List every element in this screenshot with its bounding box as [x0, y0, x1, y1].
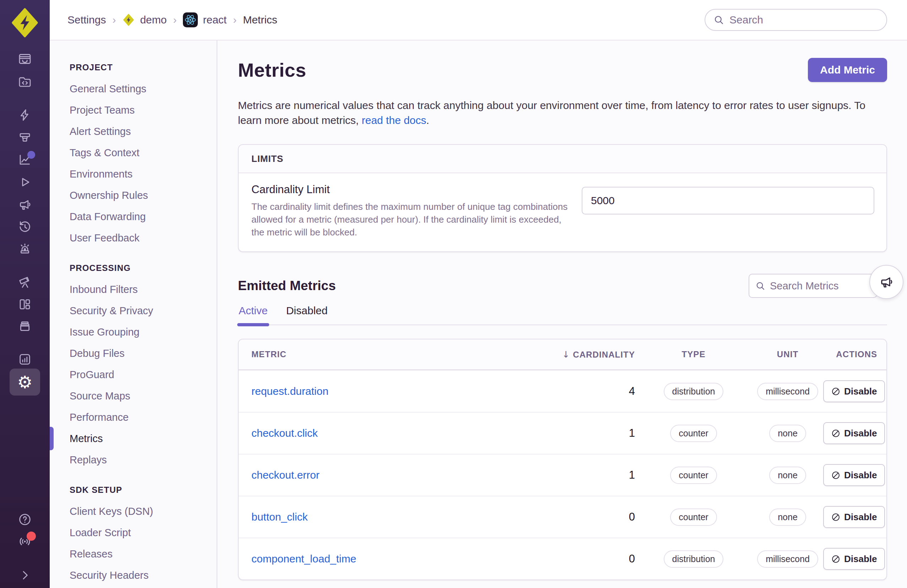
sidebar-item-help[interactable]: [12, 511, 38, 528]
notification-dot: [27, 151, 35, 159]
type-badge: counter: [670, 466, 717, 484]
read-the-docs-link[interactable]: read the docs: [362, 114, 426, 126]
tab-active[interactable]: Active: [238, 302, 268, 325]
table-row: checkout.error 1 counter none Disable: [239, 454, 886, 496]
type-badge: distribution: [664, 383, 724, 400]
nav-section-title: PROCESSING: [50, 258, 216, 279]
nav-item-security-headers[interactable]: Security Headers: [50, 565, 216, 586]
column-header-cardinality-label: Cardinality: [573, 350, 635, 359]
tab-disabled[interactable]: Disabled: [285, 302, 329, 325]
table-row: button_click 0 counter none Disable: [239, 496, 886, 538]
sidebar-item-history[interactable]: [12, 218, 38, 236]
sidebar-item-settings[interactable]: ⚙: [10, 369, 40, 396]
nav-item-releases[interactable]: Releases: [50, 543, 216, 565]
nav-item-security-privacy[interactable]: Security & Privacy: [50, 300, 216, 321]
breadcrumb-org[interactable]: demo: [122, 13, 167, 26]
help-circle-icon: [18, 513, 32, 527]
sentry-logo[interactable]: [9, 7, 40, 38]
nav-item-performance[interactable]: Performance: [50, 407, 216, 428]
column-header-actions: Actions: [823, 349, 886, 359]
sidebar-item-stats[interactable]: [12, 351, 38, 368]
search-icon: [713, 14, 724, 26]
unit-badge: millisecond: [757, 550, 818, 568]
sidebar-item-dashboards[interactable]: [12, 296, 38, 313]
cardinality-limit-help: The cardinality limit defines the maximu…: [252, 200, 571, 239]
disable-metric-button[interactable]: Disable: [823, 464, 885, 486]
type-badge: distribution: [664, 550, 724, 568]
sidebar-item-whats-new[interactable]: [12, 533, 38, 550]
sidebar-item-alerts[interactable]: [12, 241, 38, 258]
nav-item-debug-files[interactable]: Debug Files: [50, 343, 216, 364]
feedback-fab-button[interactable]: [869, 265, 904, 299]
breadcrumb-project[interactable]: react: [183, 13, 227, 27]
sidebar-item-quickstart[interactable]: [12, 107, 38, 123]
nav-item-inbound-filters[interactable]: Inbound Filters: [50, 279, 216, 300]
nav-item-loader-script[interactable]: Loader Script: [50, 522, 216, 543]
disable-metric-button[interactable]: Disable: [823, 506, 885, 528]
table-row: component_load_time 0 distribution milli…: [239, 538, 886, 580]
disable-button-label: Disable: [844, 428, 877, 439]
disable-metric-button[interactable]: Disable: [823, 548, 885, 570]
column-header-type: Type: [635, 349, 752, 359]
nav-item-replays[interactable]: Replays: [50, 449, 216, 471]
sidebar-item-releases[interactable]: [12, 318, 38, 335]
search-metrics-input[interactable]: [770, 280, 871, 292]
nav-item-environments[interactable]: Environments: [50, 163, 216, 185]
nav-item-source-maps[interactable]: Source Maps: [50, 385, 216, 407]
table-row: checkout.click 1 counter none Disable: [239, 412, 886, 454]
metric-name-link[interactable]: request.duration: [252, 385, 329, 397]
unit-badge: none: [769, 508, 806, 526]
nav-item-project-teams[interactable]: Project Teams: [50, 99, 216, 121]
column-header-cardinality[interactable]: ↓Cardinality: [535, 349, 635, 360]
react-platform-icon: [183, 13, 198, 27]
sidebar-item-replays[interactable]: [12, 174, 38, 191]
breadcrumb-project-label: react: [203, 14, 227, 26]
nav-item-metrics[interactable]: Metrics: [50, 428, 216, 449]
nav-item-alert-settings[interactable]: Alert Settings: [50, 121, 216, 142]
sidebar-item-discover[interactable]: [12, 273, 38, 290]
ban-icon: [831, 387, 841, 396]
metric-name-link[interactable]: component_load_time: [252, 553, 356, 565]
breadcrumb-settings[interactable]: Settings: [67, 14, 106, 26]
metric-name-link[interactable]: checkout.click: [252, 427, 318, 439]
disable-metric-button[interactable]: Disable: [823, 380, 885, 402]
siren-icon: [18, 242, 32, 256]
cardinality-limit-input[interactable]: [582, 187, 874, 215]
nav-section-project: PROJECT General Settings Project Teams A…: [50, 57, 216, 248]
ban-icon: [831, 429, 841, 438]
metric-name-link[interactable]: button_click: [252, 511, 308, 523]
nav-item-tags-context[interactable]: Tags & Context: [50, 142, 216, 163]
page-description-text: Metrics are numerical values that can tr…: [238, 99, 865, 126]
metric-name-link[interactable]: checkout.error: [252, 469, 320, 481]
sidebar-item-insights[interactable]: [12, 129, 38, 146]
global-search[interactable]: [705, 9, 887, 31]
ban-icon: [831, 554, 841, 564]
sidebar-collapse-button[interactable]: [12, 567, 38, 584]
sidebar-item-feedback[interactable]: [12, 196, 38, 213]
cardinality-value: 1: [535, 427, 635, 440]
nav-item-general-settings[interactable]: General Settings: [50, 78, 216, 99]
settings-gear-icon: ⚙: [17, 373, 32, 391]
nav-item-proguard[interactable]: ProGuard: [50, 364, 216, 385]
nav-item-issue-grouping[interactable]: Issue Grouping: [50, 321, 216, 343]
search-metrics-box[interactable]: [748, 274, 877, 298]
global-search-input[interactable]: [729, 14, 878, 26]
nav-item-data-forwarding[interactable]: Data Forwarding: [50, 206, 216, 227]
main-content: Metrics Add Metric Metrics are numerical…: [218, 40, 907, 588]
limits-panel-header: LIMITS: [239, 145, 886, 173]
disable-metric-button[interactable]: Disable: [823, 422, 885, 444]
limits-panel-body: Cardinality Limit The cardinality limit …: [239, 173, 886, 252]
nav-item-client-keys[interactable]: Client Keys (DSN): [50, 501, 216, 522]
emitted-metrics-tabs: Active Disabled: [238, 302, 887, 325]
cardinality-limit-label: Cardinality Limit: [252, 183, 571, 196]
cardinality-value: 0: [535, 511, 635, 523]
telescope-icon: [18, 275, 32, 289]
page-title: Metrics: [238, 59, 306, 81]
sidebar-item-explore[interactable]: [12, 74, 38, 91]
nav-item-ownership-rules[interactable]: Ownership Rules: [50, 185, 216, 206]
sidebar-item-metrics-charts[interactable]: [12, 151, 38, 168]
settings-subnav: PROJECT General Settings Project Teams A…: [50, 40, 217, 588]
add-metric-button[interactable]: Add Metric: [808, 58, 887, 82]
nav-item-user-feedback[interactable]: User Feedback: [50, 227, 216, 248]
sidebar-item-issues[interactable]: [12, 50, 38, 67]
